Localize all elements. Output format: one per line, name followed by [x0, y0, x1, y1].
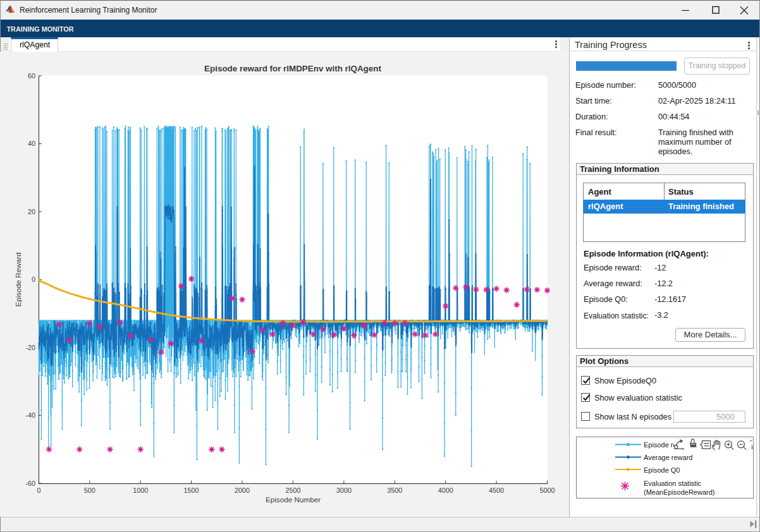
svg-text:0: 0 — [32, 275, 35, 283]
svg-text:-20: -20 — [25, 344, 35, 351]
svg-text:Episode Number: Episode Number — [266, 495, 321, 504]
svg-text:2500: 2500 — [285, 487, 300, 494]
svg-text:4000: 4000 — [438, 487, 453, 494]
svg-text:Episode Reward: Episode Reward — [14, 253, 22, 307]
svg-text:0: 0 — [37, 487, 40, 494]
svg-text:4500: 4500 — [489, 487, 504, 494]
svg-text:-60: -60 — [25, 480, 35, 487]
svg-text:1000: 1000 — [133, 487, 148, 494]
svg-text:Episode reward for rlMDPEnv wi: Episode reward for rlMDPEnv with rlQAgen… — [204, 64, 381, 73]
svg-text:20: 20 — [28, 208, 35, 215]
svg-text:-40: -40 — [25, 411, 35, 419]
svg-text:3500: 3500 — [387, 487, 402, 494]
svg-text:2000: 2000 — [235, 487, 250, 494]
svg-text:1500: 1500 — [184, 487, 199, 494]
svg-text:5000: 5000 — [539, 487, 555, 494]
svg-text:3000: 3000 — [336, 487, 352, 494]
svg-text:60: 60 — [28, 72, 35, 80]
svg-text:500: 500 — [84, 487, 95, 494]
svg-text:40: 40 — [28, 140, 35, 147]
